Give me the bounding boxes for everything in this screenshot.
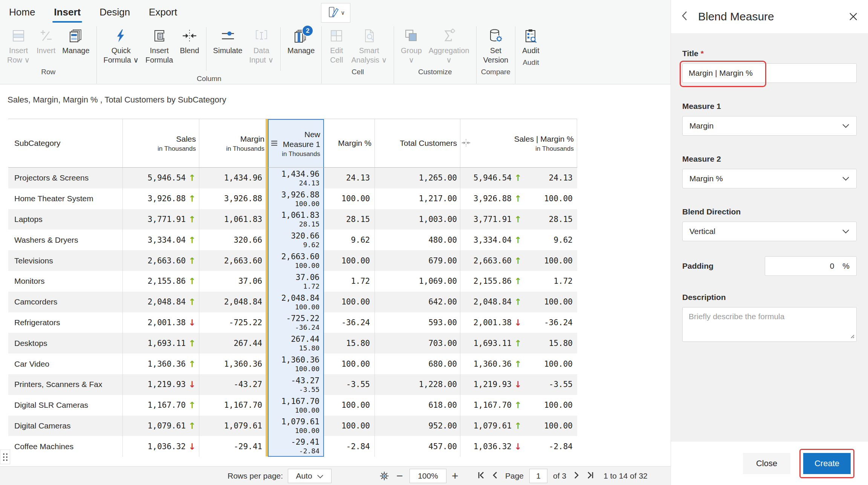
cell-subcategory[interactable]: Car Video	[8, 353, 123, 374]
cell-new-measure-1[interactable]: 1,079.61100.00	[268, 416, 324, 436]
edit-mode-button[interactable]: ∨	[321, 3, 350, 23]
measure1-select[interactable]: Margin	[682, 116, 857, 136]
cell-margin[interactable]: -725.22	[199, 312, 268, 333]
insert-formula-button[interactable]: InsertFormula	[142, 26, 176, 65]
column-header-margin[interactable]: Marginin Thousands	[199, 119, 268, 167]
create-button[interactable]: Create	[803, 453, 851, 474]
cell-sales-margin-pct[interactable]: 3,334.04↑9.62	[460, 229, 577, 250]
cell-sales-margin-pct[interactable]: 2,048.84↑100.00	[460, 292, 577, 312]
cell-sales[interactable]: 5,946.54↑	[123, 168, 199, 188]
cell-margin[interactable]: 1,061.83	[199, 209, 268, 230]
cell-sales[interactable]: 2,001.38↓	[123, 312, 199, 333]
cell-new-measure-1[interactable]: 320.669.62	[268, 229, 324, 250]
rows-per-page-select[interactable]: Auto	[288, 469, 332, 483]
cell-new-measure-1[interactable]: 1,360.36100.00	[268, 353, 324, 374]
cell-total-customers[interactable]: 679.00	[375, 250, 460, 271]
set-version-button[interactable]: SetVersion	[480, 26, 512, 65]
cell-sales[interactable]: 3,771.91↑	[123, 209, 199, 230]
cell-margin-pct[interactable]: -36.24	[324, 312, 375, 333]
cell-new-measure-1[interactable]: 1,061.8328.15	[268, 209, 324, 230]
cell-sales-margin-pct[interactable]: 1,693.11↑15.80	[460, 333, 577, 353]
blend-button[interactable]: Blend	[176, 26, 202, 55]
cell-new-measure-1[interactable]: 3,926.88100.00	[268, 188, 324, 209]
cell-margin-pct[interactable]: 100.00	[324, 250, 375, 271]
cell-sales[interactable]: 3,926.88↑	[123, 188, 199, 209]
cell-sales-margin-pct[interactable]: 1,079.61↑100.00	[460, 416, 577, 436]
cell-subcategory[interactable]: Washers & Dryers	[8, 229, 123, 250]
cell-sales-margin-pct[interactable]: 1,167.70↑100.00	[460, 395, 577, 416]
column-header-total-customers[interactable]: Total Customers	[375, 119, 460, 167]
cell-sales[interactable]: 1,167.70↑	[123, 395, 199, 416]
cell-total-customers[interactable]: 480.00	[375, 229, 460, 250]
cell-sales-margin-pct[interactable]: 5,946.54↑24.13	[460, 168, 577, 188]
cell-total-customers[interactable]: 593.00	[375, 312, 460, 333]
close-icon[interactable]	[848, 12, 858, 21]
manage-columns-button[interactable]: 2Manage	[284, 26, 318, 55]
cell-subcategory[interactable]: Projectors & Screens	[8, 168, 123, 188]
cell-margin-pct[interactable]: 100.00	[324, 292, 375, 312]
cell-subcategory[interactable]: Coffee Machines	[8, 436, 123, 457]
cell-margin[interactable]: 37.06	[199, 271, 268, 292]
cell-margin[interactable]: 1,434.96	[199, 168, 268, 188]
close-button[interactable]: Close	[743, 453, 790, 474]
cell-new-measure-1[interactable]: 267.4415.80	[268, 333, 324, 353]
cell-total-customers[interactable]: 680.00	[375, 353, 460, 374]
cell-margin-pct[interactable]: 100.00	[324, 416, 375, 436]
cell-total-customers[interactable]: 1,003.00	[375, 209, 460, 230]
cell-subcategory[interactable]: Digital Cameras	[8, 416, 123, 436]
simulate-button[interactable]: Simulate	[210, 26, 246, 55]
cell-sales-margin-pct[interactable]: 1,036.32↓-2.84	[460, 436, 577, 457]
measure2-select[interactable]: Margin %	[682, 169, 857, 188]
cell-sales[interactable]: 3,334.04↑	[123, 229, 199, 250]
cell-margin-pct[interactable]: 100.00	[324, 395, 375, 416]
cell-total-customers[interactable]: 952.00	[375, 416, 460, 436]
cell-new-measure-1[interactable]: 1,167.70100.00	[268, 395, 324, 416]
cell-margin-pct[interactable]: -3.55	[324, 374, 375, 395]
cell-sales[interactable]: 2,048.84↑	[123, 292, 199, 312]
last-page-icon[interactable]	[586, 471, 594, 481]
cell-sales-margin-pct[interactable]: 1,360.36↑100.00	[460, 353, 577, 374]
zoom-level[interactable]: 100%	[410, 469, 446, 483]
cell-subcategory[interactable]: Monitors	[8, 271, 123, 292]
cell-new-measure-1[interactable]: -43.27-3.55	[268, 374, 324, 395]
cell-subcategory[interactable]: Camcorders	[8, 292, 123, 312]
cell-margin-pct[interactable]: -2.84	[324, 436, 375, 457]
first-page-icon[interactable]	[477, 471, 486, 481]
cell-sales-margin-pct[interactable]: 1,219.93↓-3.55	[460, 374, 577, 395]
tab-insert[interactable]: Insert	[53, 3, 81, 22]
zoom-in-button[interactable]: +	[452, 467, 458, 485]
cell-new-measure-1[interactable]: 1,434.9624.13	[268, 168, 324, 188]
cell-sales[interactable]: 2,155.86↑	[123, 271, 199, 292]
cell-margin[interactable]: 2,048.84	[199, 292, 268, 312]
cell-sales[interactable]: 1,219.93↓	[123, 374, 199, 395]
cell-total-customers[interactable]: 1,069.00	[375, 271, 460, 292]
cell-margin-pct[interactable]: 100.00	[324, 353, 375, 374]
cell-total-customers[interactable]: 642.00	[375, 292, 460, 312]
cell-margin[interactable]: 3,926.88	[199, 188, 268, 209]
cell-margin[interactable]: 320.66	[199, 229, 268, 250]
cell-margin-pct[interactable]: 9.62	[324, 229, 375, 250]
drag-handle[interactable]	[0, 450, 10, 464]
cell-sales[interactable]: 1,693.11↑	[123, 333, 199, 353]
cell-total-customers[interactable]: 1,217.00	[375, 188, 460, 209]
blend-direction-select[interactable]: Vertical	[682, 222, 857, 241]
cell-margin-pct[interactable]: 24.13	[324, 168, 375, 188]
column-header-subcategory[interactable]: SubCategory	[8, 119, 123, 167]
tab-export[interactable]: Export	[148, 3, 178, 22]
column-header-sales-margin-[interactable]: Sales | Margin %in Thousands	[460, 119, 577, 167]
back-icon[interactable]	[681, 10, 689, 23]
cell-margin-pct[interactable]: 28.15	[324, 209, 375, 230]
cell-margin-pct[interactable]: 15.80	[324, 333, 375, 353]
cell-new-measure-1[interactable]: 2,663.60100.00	[268, 250, 324, 271]
audit-button[interactable]: Audit	[519, 26, 543, 55]
cell-new-measure-1[interactable]: -29.41-2.84	[268, 436, 324, 457]
cell-total-customers[interactable]: 703.00	[375, 333, 460, 353]
next-page-icon[interactable]	[572, 471, 580, 481]
cell-subcategory[interactable]: Televisions	[8, 250, 123, 271]
tab-home[interactable]: Home	[8, 3, 36, 22]
cell-new-measure-1[interactable]: -725.22-36.24	[268, 312, 324, 333]
cell-sales[interactable]: 1,079.61↑	[123, 416, 199, 436]
quick-formula-button[interactable]: QuickFormula ∨	[100, 26, 142, 65]
tab-design[interactable]: Design	[99, 3, 131, 22]
cell-subcategory[interactable]: Digital SLR Cameras	[8, 395, 123, 416]
